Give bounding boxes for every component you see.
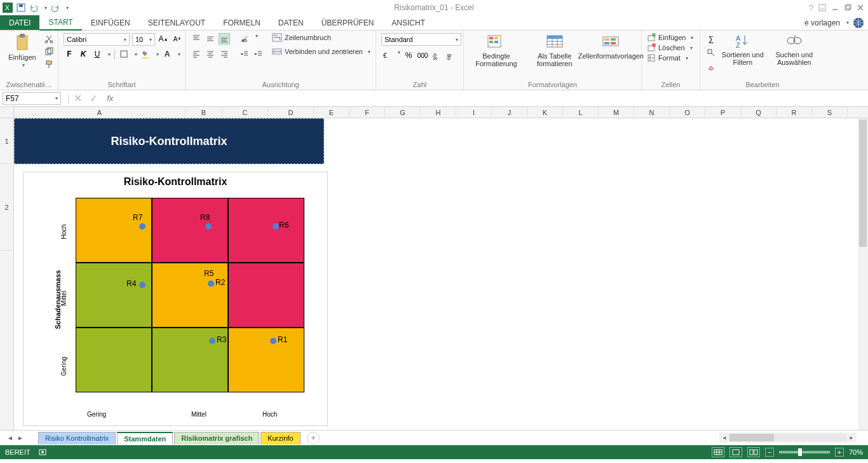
col-header[interactable]: O	[670, 107, 705, 118]
tab-pagelayout[interactable]: SEITENLAYOUT	[139, 15, 214, 30]
scrollbar-thumb[interactable]	[859, 120, 867, 247]
tab-review[interactable]: ÜBERPRÜFEN	[313, 15, 383, 30]
chevron-down-icon[interactable]: ▾	[132, 52, 137, 57]
col-header[interactable]: A	[14, 107, 186, 118]
align-right-icon[interactable]	[219, 48, 230, 60]
vertical-scrollbar[interactable]	[858, 118, 868, 430]
scroll-left-icon[interactable]: ◄	[719, 432, 729, 443]
col-header[interactable]: I	[456, 107, 492, 118]
close-icon[interactable]	[857, 3, 864, 13]
col-header[interactable]: R	[776, 107, 812, 118]
chevron-down-icon[interactable]: ▾	[105, 52, 111, 57]
col-header[interactable]: H	[421, 107, 456, 118]
tab-insert[interactable]: EINFÜGEN	[82, 15, 139, 30]
tab-start[interactable]: START	[39, 15, 81, 31]
save-icon[interactable]	[17, 3, 25, 12]
align-middle-icon[interactable]	[205, 33, 216, 45]
col-header[interactable]: N	[634, 107, 670, 118]
new-sheet-button[interactable]: ＋	[307, 432, 320, 445]
view-normal-icon[interactable]	[712, 447, 724, 457]
tab-view[interactable]: ANSICHT	[383, 15, 434, 30]
copy-icon[interactable]	[43, 46, 55, 57]
align-bottom-icon[interactable]	[219, 33, 230, 45]
redo-icon[interactable]	[51, 3, 60, 12]
file-tab[interactable]: DATEI	[0, 15, 39, 30]
select-all-corner[interactable]	[0, 107, 14, 118]
name-box[interactable]: F57▾	[3, 92, 61, 105]
undo-dropdown-icon[interactable]: ▾	[42, 5, 47, 11]
font-size-combo[interactable]: 10▾	[132, 33, 155, 46]
scrollbar-thumb[interactable]	[729, 434, 774, 441]
col-header[interactable]: G	[385, 107, 421, 118]
zoom-in-button[interactable]: +	[835, 448, 844, 457]
help-icon[interactable]: ?	[809, 3, 813, 13]
account-name[interactable]: e vorlagen	[804, 18, 840, 27]
tab-nav-prev-icon[interactable]: ◄	[5, 433, 15, 443]
zoom-slider[interactable]	[779, 451, 830, 453]
minimize-icon[interactable]	[831, 3, 839, 13]
sheet-tab[interactable]: Stammdaten	[117, 432, 173, 445]
sort-filter-button[interactable]: AZSortieren und Filtern	[721, 33, 765, 66]
wrap-text-button[interactable]: Zeilenumbruch	[272, 33, 370, 42]
col-header[interactable]: L	[563, 107, 599, 118]
qat-customize-icon[interactable]: ▾	[64, 5, 69, 11]
chevron-down-icon[interactable]: ▾	[253, 33, 258, 45]
increase-indent-icon[interactable]	[253, 48, 264, 60]
enter-formula-icon[interactable]: ✓	[86, 92, 102, 104]
border-icon[interactable]	[118, 48, 130, 60]
orientation-icon[interactable]: ab	[239, 33, 250, 45]
col-header[interactable]: B	[186, 107, 222, 118]
col-header[interactable]: F	[349, 107, 385, 118]
globe-icon[interactable]	[853, 17, 864, 29]
underline-button[interactable]: U	[92, 48, 103, 60]
restore-icon[interactable]	[844, 3, 851, 13]
font-name-combo[interactable]: Calibri▾	[64, 33, 130, 46]
scrollbar-track[interactable]	[729, 434, 846, 441]
row-header[interactable]: 2	[0, 164, 13, 251]
col-header[interactable]: E	[314, 107, 349, 118]
paste-button[interactable]: Einfügen ▾	[5, 33, 39, 68]
col-header[interactable]: S	[812, 107, 848, 118]
fill-color-icon[interactable]	[140, 48, 151, 60]
clear-icon[interactable]	[705, 61, 717, 73]
cell-styles-button[interactable]: Zellenformatvorlagen	[586, 33, 636, 60]
fill-icon[interactable]	[705, 47, 717, 59]
macro-record-icon[interactable]	[38, 448, 47, 457]
zoom-level[interactable]: 70%	[849, 448, 863, 456]
col-header[interactable]: P	[705, 107, 741, 118]
risk-matrix-chart[interactable]: Risiko-Kontrollmatrix Schadenausmass Hoc…	[23, 172, 328, 426]
col-header[interactable]: Q	[741, 107, 776, 118]
insert-cells-button[interactable]: Einfügen▾	[647, 33, 693, 42]
sheet-tab[interactable]: Risiko Kontrollmatrix	[38, 432, 116, 445]
col-header[interactable]: C	[222, 107, 268, 118]
tab-data[interactable]: DATEN	[269, 15, 313, 30]
account-dropdown-icon[interactable]: ▾	[844, 20, 849, 25]
conditional-formatting-button[interactable]: Bedingte Formatierung	[469, 33, 524, 67]
view-pagelayout-icon[interactable]	[729, 447, 742, 457]
italic-button[interactable]: K	[78, 48, 89, 60]
align-center-icon[interactable]	[205, 48, 216, 60]
font-color-icon[interactable]: A	[161, 48, 173, 60]
thousands-icon[interactable]: 000	[417, 50, 428, 61]
decrease-font-icon[interactable]: A▼	[172, 33, 183, 45]
horizontal-scrollbar[interactable]: ◄ ►	[719, 432, 857, 443]
percent-icon[interactable]: %	[403, 50, 414, 61]
col-header[interactable]: D	[268, 107, 314, 118]
tab-nav-next-icon[interactable]: ►	[15, 433, 25, 443]
decrease-indent-icon[interactable]	[239, 48, 250, 60]
zoom-slider-thumb[interactable]	[798, 448, 802, 456]
row-header[interactable]: 1	[0, 118, 13, 164]
scroll-right-icon[interactable]: ►	[846, 432, 857, 443]
zoom-out-button[interactable]: −	[765, 448, 774, 457]
col-header[interactable]: M	[599, 107, 634, 118]
cancel-formula-icon[interactable]: ✕	[70, 92, 86, 104]
undo-icon[interactable]	[29, 3, 38, 12]
bold-button[interactable]: F	[64, 48, 75, 60]
format-as-table-button[interactable]: Als Tabelle formatieren	[527, 33, 582, 67]
col-header[interactable]: K	[527, 107, 563, 118]
chevron-down-icon[interactable]: ▾	[154, 52, 159, 57]
chevron-down-icon[interactable]: ▾	[395, 50, 400, 61]
currency-icon[interactable]: €	[381, 50, 393, 61]
cell-grid[interactable]: Risiko-Kontrollmatrix Risiko-Kontrollmat…	[14, 118, 868, 430]
format-cells-button[interactable]: Format▾	[647, 53, 693, 62]
